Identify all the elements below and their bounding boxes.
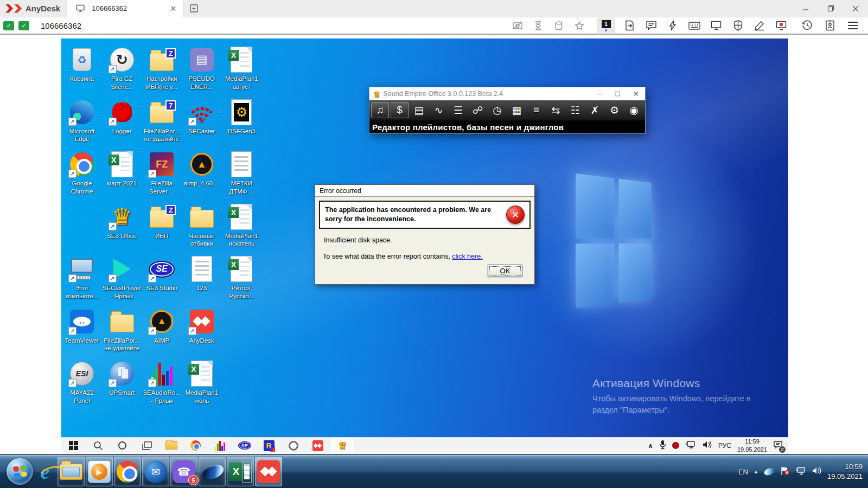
remote-taskbar-se-button[interactable]: SE <box>232 438 257 454</box>
whiteboard-button[interactable] <box>753 19 766 32</box>
address-value[interactable]: 106666362 <box>41 21 81 30</box>
actions-button[interactable] <box>666 19 679 32</box>
host-taskbar-swoosh-button[interactable] <box>199 457 226 486</box>
remote-taskbar-r-app-button[interactable]: R <box>257 438 281 454</box>
desktop-icon-text-doc-14[interactable]: МЕТКИ ДТМФ ... <box>221 151 262 196</box>
desktop-icon-excel-11[interactable]: Xмарт 2021 <box>101 151 143 188</box>
language-indicator[interactable]: РУС <box>718 442 731 450</box>
remote-taskbar-start-button[interactable] <box>61 438 86 454</box>
desktop-icon-excel-23[interactable]: XРиторг, Русско... <box>221 255 262 300</box>
desktop-icon-filezilla-12[interactable]: FZ↗FileZilla Server ... <box>141 151 182 196</box>
desktop-icon-chrome-10[interactable]: ↗Google Chrome <box>61 151 103 196</box>
disk-icon[interactable] <box>552 19 565 32</box>
desktop-icon-crown-15[interactable]: ♛↗SE3 Office <box>101 203 143 240</box>
host-taskbar-chrome-button[interactable] <box>114 457 141 486</box>
se-view-button[interactable]: ◉ <box>625 102 643 118</box>
action-center-icon[interactable]: 2 <box>773 440 783 451</box>
se-waveform-button[interactable]: ∿ <box>430 102 448 118</box>
desktop-icon-aimp-13[interactable]: ▲aimp_4.60.... <box>181 151 222 188</box>
screenshot-blocked-icon[interactable] <box>511 19 524 32</box>
remote-taskbar-crown-button[interactable]: ♛ <box>330 438 354 454</box>
recording-indicator-icon[interactable] <box>672 442 679 449</box>
se-satellite-button[interactable]: ☍ <box>469 102 487 118</box>
se-scheduler-button[interactable]: ◷ <box>488 102 506 118</box>
host-taskbar-explorer-button[interactable] <box>58 457 85 486</box>
host-tray-expand-icon[interactable]: ▲ <box>754 469 758 474</box>
remote-taskbar-taskview-button[interactable] <box>135 438 159 454</box>
desktop-icon-esi-28[interactable]: ESI↗MAYA22 Panel <box>61 360 103 405</box>
se-tools-button[interactable]: ✗ <box>586 102 604 118</box>
desktop-icon-folder-25[interactable]: FileZillaPor... не удаляйте <box>101 308 143 353</box>
desktop-icon-pseudo-3[interactable]: ▤PSEUDO ENER... <box>181 46 222 91</box>
remote-screen[interactable]: ♻Корзина↻↗Pira CZ Silenc...ZНастройки ИБ… <box>61 38 788 453</box>
remote-taskbar-bars-button[interactable] <box>208 438 232 454</box>
host-language-indicator[interactable]: EN <box>738 468 748 476</box>
session-tab[interactable]: 106666362 ✕ <box>67 0 183 17</box>
error-dialog[interactable]: Error occurred The application has encou… <box>315 184 535 285</box>
ok-button[interactable]: OK <box>488 265 522 277</box>
host-taskbar-thunderbird-button[interactable]: ✉ <box>142 457 169 486</box>
error-dialog-titlebar[interactable]: Error occurred <box>315 185 534 197</box>
host-volume-icon[interactable] <box>812 466 822 477</box>
address-book-button[interactable] <box>824 19 837 32</box>
host-taskbar-anydesk-button[interactable] <box>255 457 282 486</box>
desktop-icon-folder-z-2[interactable]: ZНастройки ИБП(не у... <box>141 46 182 91</box>
desktop-icon-se-oval-21[interactable]: SE↗SE3 Studio <box>141 255 182 292</box>
desktop-icon-text-doc-22[interactable]: 123 <box>181 255 222 292</box>
volume-icon[interactable] <box>702 440 712 451</box>
permissions-button[interactable] <box>731 19 744 32</box>
se-log-button[interactable]: ≡ <box>527 102 545 118</box>
new-session-button[interactable] <box>183 0 205 17</box>
se-transfer-button[interactable]: ⇆ <box>547 102 565 118</box>
monitor-select-button[interactable]: 1 <box>597 18 615 33</box>
se-settings-button[interactable]: ⚙ <box>605 102 623 118</box>
remote-clock[interactable]: 11:5919.05.2021 <box>737 438 767 453</box>
desktop-icon-upsmart-29[interactable]: ↗UPSmart <box>101 360 143 397</box>
remote-taskbar-cortana-button[interactable] <box>110 438 135 454</box>
desktop-icon-excel-31[interactable]: XMediaPlan1 июль <box>181 360 222 405</box>
desktop-icon-bars-30[interactable]: ↗SEAudioRo... - Ярлык <box>141 360 182 405</box>
remote-taskbar-folder-button[interactable] <box>159 438 183 454</box>
favorites-star-icon[interactable] <box>573 19 586 32</box>
se-minimize-button[interactable]: — <box>590 87 608 100</box>
desktop-icon-this-pc-19[interactable]: ↗Этот компьюте... <box>61 255 103 300</box>
menu-button[interactable] <box>846 19 859 32</box>
host-taskbar-viber-button[interactable]: ☎5 <box>170 457 197 486</box>
desktop-icon-aimp-26[interactable]: ▲↗AIMP <box>141 308 182 345</box>
desktop-icon-folder-z-16[interactable]: ZИБП <box>141 203 182 240</box>
desktop-icon-folder-17[interactable]: Часовые отбивки <box>181 203 222 248</box>
desktop-icon-excel-4[interactable]: XMediaPlan1 август <box>221 46 262 91</box>
se-grid-button[interactable]: ▦ <box>508 102 526 118</box>
remote-taskbar-anydesk-button[interactable] <box>305 438 330 454</box>
desktop-icon-recycle-bin-0[interactable]: ♻Корзина <box>61 46 103 83</box>
microphone-icon[interactable] <box>659 440 666 452</box>
desktop-icon-gear-doc-9[interactable]: ⚙DSFGen3 <box>221 99 262 136</box>
desktop-icon-sync-1[interactable]: ↻↗Pira CZ Silenc... <box>101 46 143 91</box>
host-taskbar-wmp-button[interactable]: ▶ <box>86 457 113 486</box>
remote-taskbar-chrome-button[interactable] <box>183 438 208 454</box>
display-button[interactable] <box>710 19 723 32</box>
se-playlist-button[interactable]: ☰ <box>449 102 467 118</box>
desktop-icon-excel-18[interactable]: XMediaPlan1 искатель <box>221 203 262 248</box>
start-orb-button[interactable] <box>7 458 33 485</box>
close-button[interactable] <box>843 0 868 17</box>
network-icon[interactable] <box>685 440 696 451</box>
sound-empire-titlebar[interactable]: ♛ Sound Empire Office 3.0.0.123 Beta 2.4… <box>369 87 645 100</box>
se-music-button[interactable]: ♫ <box>371 102 389 118</box>
desktop-icon-play-20[interactable]: ↗SECastPlayer - Ярлык <box>101 255 143 300</box>
keyboard-button[interactable] <box>688 19 701 32</box>
host-clock[interactable]: 10:5919.05.2021 <box>827 462 863 481</box>
desktop-icon-blob-6[interactable]: ↗Logger <box>101 99 143 136</box>
record-button[interactable] <box>775 19 788 32</box>
desktop-icon-wifi-red-8[interactable]: ↗SECaster <box>181 99 222 136</box>
restore-button[interactable] <box>818 0 843 17</box>
desktop-icon-folder-7-7[interactable]: 7FileZillaPor... не удаляйте <box>141 99 182 144</box>
chat-button[interactable] <box>644 19 658 32</box>
remote-taskbar-search-button[interactable] <box>86 438 110 454</box>
tab-close-icon[interactable]: ✕ <box>170 4 176 13</box>
se-money-button[interactable]: $ <box>391 102 409 118</box>
host-taskbar-ie-button[interactable]: e <box>31 457 59 486</box>
se-document-button[interactable]: ▤ <box>410 102 428 118</box>
se-close-button[interactable]: ✕ <box>627 87 645 100</box>
tray-expand-icon[interactable]: ∧ <box>648 442 653 450</box>
